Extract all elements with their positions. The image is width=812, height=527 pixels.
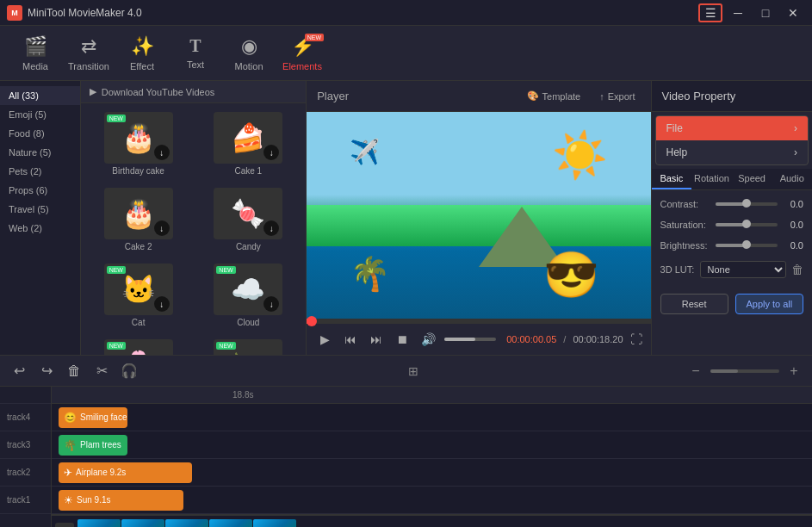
category-pets[interactable]: Pets (2) [0,162,80,181]
category-props[interactable]: Props (6) [0,181,80,200]
track2-clip-airplane[interactable]: ✈ Airplane 9.2s [59,462,192,483]
template-button[interactable]: 🎨 Template [522,88,586,104]
toolbar-transition[interactable]: ⇄ Transition [62,30,115,77]
media-item-cake1[interactable]: 🍰 ↓ Cake 1 [194,107,302,181]
volume-slider[interactable] [444,338,496,341]
media-item-cat[interactable]: NEW 🐱 ↓ Cat [84,258,193,332]
progress-bar[interactable] [307,319,650,324]
stop-button[interactable]: ⏹ [393,330,412,349]
toolbar-effect[interactable]: ✨ Effect [115,30,169,77]
video-thumb-3 [165,519,208,527]
category-web[interactable]: Web (2) [0,219,80,238]
media-item-cloud[interactable]: NEW ☁️ ↓ Cloud [194,258,302,332]
minimize-button[interactable]: ─ [726,3,750,22]
track3-clip-palm-trees[interactable]: 🌴 Plam trees [59,435,127,456]
template-icon: 🎨 [527,90,539,102]
tab-rotation[interactable]: Rotation [691,169,732,189]
new-badge: NEW [107,115,126,122]
category-emoji[interactable]: Emoji (5) [0,105,80,124]
export-button[interactable]: ↑ Export [594,89,640,104]
toolbar-elements[interactable]: NEW ⚡ Elements [276,30,329,77]
track3-label: track3 [0,431,51,459]
category-nature[interactable]: Nature (5) [0,143,80,162]
audio-button[interactable]: 🎧 [119,361,139,381]
bottom-arrow-4[interactable]: ↻ [468,523,493,527]
zoom-slider[interactable] [710,369,779,373]
time-total: 00:00:18.20 [573,334,623,344]
zoom-in-button[interactable]: + [784,362,803,381]
reset-button[interactable]: Reset [660,294,728,314]
contrast-label: Contrast: [660,199,710,209]
media-item-cake2[interactable]: 🎂 ↓ Cake 2 [84,183,193,257]
undo-button[interactable]: ↩ [9,361,29,381]
category-all[interactable]: All (33) [0,86,80,105]
contrast-value: 0.0 [783,199,803,209]
toolbar-media[interactable]: 🎬 Media [9,30,62,77]
download-icon[interactable]: ↓ [263,145,279,160]
bottom-arrow-1[interactable]: ↻ [319,523,343,527]
scene-emoji: 😎 [543,249,599,301]
media-item-candy[interactable]: 🍬 ↓ Candy [194,183,302,257]
app-title: MiniTool MovieMaker 4.0 [28,7,698,19]
player-viewport: ☀️ ✈️ 🌴 😎 [307,112,650,319]
brightness-slider[interactable] [716,244,778,247]
tab-basic[interactable]: Basic [652,169,692,189]
tab-speed[interactable]: Speed [732,169,772,189]
media-thumb-birthday-cake: NEW 🎂 ↓ [104,112,173,164]
category-panel: All (33) Emoji (5) Food (8) Nature (5) P… [0,81,81,355]
zoom-out-button[interactable]: − [686,362,705,381]
add-video-track-button[interactable]: + [55,523,74,527]
fullscreen-button[interactable]: ⛶ [630,332,642,346]
timeline: ↩ ↪ 🗑 ✂ 🎧 ⊞ − + track4 track3 track2 tra… [0,355,812,527]
delete-button[interactable]: 🗑 [64,361,84,381]
saturation-slider[interactable] [716,223,778,226]
download-icon[interactable]: ↓ [154,145,170,160]
video-thumb-2 [121,519,164,527]
cut-button[interactable]: ✂ [91,361,112,381]
video-thumb-1 [77,519,121,527]
close-button[interactable]: ✕ [781,3,805,22]
redo-button[interactable]: ↪ [36,361,57,381]
download-icon[interactable]: ↓ [263,220,279,236]
track1-clip-sun[interactable]: ☀ Sun 9.1s [59,490,183,511]
category-travel[interactable]: Travel (5) [0,200,80,219]
export-label: Export [608,91,635,102]
bottom-arrow-5[interactable]: ↻ [518,523,542,527]
bottom-arrow-6[interactable]: ↻ [568,523,592,527]
media-item-7[interactable]: NEW 🌸 [84,334,193,355]
apply-all-button[interactable]: Apply to all [735,294,803,314]
tab-audio[interactable]: Audio [772,169,812,189]
media-item-8[interactable]: NEW 🍋 [194,334,302,355]
prev-frame-button[interactable]: ⏮ [341,330,360,349]
brightness-value: 0.0 [783,240,803,251]
bottom-arrow-3[interactable]: ↻ [418,523,443,527]
volume-button[interactable]: 🔊 [418,330,437,349]
play-button[interactable]: ▶ [315,330,334,349]
toolbar: 🎬 Media ⇄ Transition ✨ Effect T Text ◉ M… [0,26,812,81]
media-item-birthday-cake[interactable]: NEW 🎂 ↓ Birthday cake [84,107,193,181]
toolbar-text[interactable]: T Text [169,30,222,77]
download-bar[interactable]: ▶ Download YouTube Videos [81,81,306,103]
track4-clip-smiling-face[interactable]: 😊 Smiling face [59,407,127,428]
download-icon[interactable]: ↓ [263,296,279,312]
download-icon[interactable]: ↓ [154,296,170,312]
menu-button[interactable]: ☰ [698,3,722,22]
elements-new-badge: NEW [305,34,324,41]
dropdown-help[interactable]: Help › [656,140,808,164]
category-food[interactable]: Food (8) [0,124,80,143]
lut-select[interactable]: None [700,261,786,278]
media-label-cake1: Cake 1 [235,166,263,176]
contrast-slider[interactable] [716,202,778,206]
maximize-button[interactable]: □ [753,3,778,22]
media-thumb-cake2: 🎂 ↓ [104,188,173,239]
lut-delete-button[interactable]: 🗑 [791,263,803,276]
next-frame-button[interactable]: ⏭ [367,330,386,349]
media-icon: 🎬 [24,35,47,58]
download-icon[interactable]: ↓ [154,220,170,236]
scene-sun: ☀️ [552,129,608,182]
bottom-arrow-2[interactable]: ↻ [369,523,393,527]
timeline-labels: track4 track3 track2 track1 [0,387,52,527]
dropdown-file[interactable]: File › [656,116,808,140]
snap-button[interactable]: ⊞ [404,362,423,381]
toolbar-motion[interactable]: ◉ Motion [222,30,276,77]
